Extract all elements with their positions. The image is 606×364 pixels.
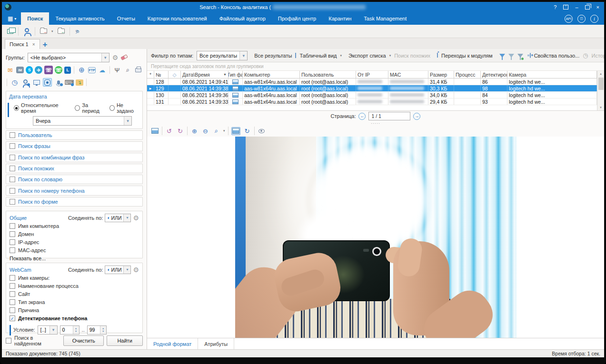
check-reason[interactable]: Причина xyxy=(10,306,139,315)
page-prev-button[interactable]: ← xyxy=(358,113,366,120)
menu-tab-quarantine[interactable]: Карантин xyxy=(322,12,358,25)
common-join-select[interactable]: ◐ ИЛИ ▾ xyxy=(105,214,131,222)
chevron-down-icon[interactable]: ▾ xyxy=(123,214,130,222)
table-view-button[interactable]: Табличный вид xyxy=(299,53,337,59)
ribbon-pin-icon[interactable] xyxy=(563,5,568,10)
checkbox[interactable] xyxy=(10,155,15,160)
app-menu-button[interactable]: ▦ ▾ xyxy=(2,12,21,25)
checkbox[interactable] xyxy=(10,275,15,281)
show-all-link[interactable]: Показать все... xyxy=(10,256,139,261)
funnel-empty-icon[interactable] xyxy=(508,54,514,58)
all-results-button[interactable]: Все результаты xyxy=(254,53,292,59)
device-search-icon[interactable]: ⌕ xyxy=(123,66,132,74)
splitter-handle[interactable]: ····· xyxy=(147,121,604,125)
file-operations-folder-icon[interactable]: ↴ xyxy=(76,79,83,86)
cloud-icon[interactable]: ☁ xyxy=(98,66,106,74)
monitor-icon[interactable] xyxy=(32,78,41,87)
clear-groups-eraser-icon[interactable] xyxy=(120,55,128,61)
scroll-up-icon[interactable]: ▴ xyxy=(600,71,602,77)
checkbox[interactable] xyxy=(10,199,15,205)
chevron-down-icon[interactable]: ▾ xyxy=(239,51,247,60)
filter-section-similar[interactable]: Поиск похожих xyxy=(6,164,143,173)
menu-tab-file-auditor[interactable]: Файловый аудитор xyxy=(213,12,272,25)
services-box-icon[interactable]: ◫ xyxy=(577,15,586,23)
filter-section-phrase[interactable]: Поиск фразы xyxy=(6,141,143,151)
tab-native-format[interactable]: Родной формат xyxy=(147,338,198,349)
close-button[interactable]: × xyxy=(596,4,599,10)
webcam-join-select[interactable]: ◐ ИЛИ ▾ xyxy=(105,266,131,274)
header-detected[interactable]: Детектирова xyxy=(481,71,507,78)
lync-icon[interactable]: L xyxy=(64,67,71,74)
checkbox-checked[interactable]: ✓ xyxy=(10,315,15,321)
relative-time-select[interactable]: Вчера ▾ xyxy=(33,116,132,126)
checkbox[interactable] xyxy=(10,143,15,149)
condition-to-stepper[interactable]: 99 ▴▾ xyxy=(87,325,107,334)
webcam-icon-selected[interactable] xyxy=(43,78,52,87)
header-camera[interactable]: Камера xyxy=(507,71,597,78)
header-from-ip[interactable]: От IP xyxy=(356,71,388,78)
find-button[interactable]: Найти xyxy=(107,335,143,346)
check-process-name[interactable]: Наименование процесса xyxy=(10,282,139,290)
save-image-icon[interactable] xyxy=(151,127,159,135)
search-in-found-checkbox[interactable] xyxy=(6,338,11,344)
chevron-down-icon[interactable]: ▾ xyxy=(51,30,53,33)
type-filter-select[interactable]: Все результаты ▾ xyxy=(197,51,248,60)
check-site[interactable]: Сайт xyxy=(10,290,139,298)
condition-from-stepper[interactable]: 0 ▴▾ xyxy=(60,325,79,334)
search-by-id-icon[interactable]: ⌕ID xyxy=(74,27,82,36)
table-row-selected[interactable]: ▶ 129 08.06.2021 14:39:38 aas-w81x64ru.a… xyxy=(147,85,597,92)
check-phone-detection[interactable]: ✓Детектирование телефона xyxy=(10,315,139,323)
tab-attributes[interactable]: Атрибуты xyxy=(198,338,234,349)
zoom-out-icon[interactable]: ⊖ xyxy=(201,127,209,135)
api-icon[interactable]: API xyxy=(565,15,573,23)
radio-period[interactable]: За период xyxy=(75,102,105,114)
menu-tab-reports[interactable]: Отчеты xyxy=(111,12,141,25)
funnel-filled-icon[interactable] xyxy=(499,54,505,58)
check-computer-name[interactable]: Имя компьютера xyxy=(10,222,139,230)
condition-operator-select[interactable]: [..] ▾ xyxy=(38,325,58,334)
table-row[interactable]: 130 08.06.2021 14:39:36 aas-w81x64ru.aas… xyxy=(147,92,597,98)
telegram-icon[interactable]: ✈ xyxy=(35,66,42,74)
usb-icon[interactable]: Ψ xyxy=(113,66,121,74)
viber-icon[interactable]: ☏ xyxy=(44,66,53,74)
chevron-down-icon[interactable]: ▾ xyxy=(101,53,109,62)
check-mac-address[interactable]: MAC-адрес xyxy=(10,246,139,255)
im-icon[interactable]: IM xyxy=(16,67,24,73)
filter-section-phrase-combo[interactable]: Поиск по комбинации фраз xyxy=(6,153,143,162)
check-domain[interactable]: Домен xyxy=(10,230,139,238)
cascade-windows-icon[interactable] xyxy=(6,27,14,36)
radio-not-set[interactable]: Не задано xyxy=(109,102,139,114)
header-mac[interactable]: MAC xyxy=(388,71,428,78)
chevron-down-icon[interactable]: ▾ xyxy=(123,266,130,274)
chevron-down-icon[interactable]: ▾ xyxy=(223,129,225,133)
header-datetime[interactable]: Дата\Время▼ xyxy=(181,71,228,78)
activity-clock-icon[interactable]: ◷ xyxy=(10,78,19,87)
checkbox[interactable] xyxy=(10,299,15,305)
checkbox[interactable] xyxy=(10,247,15,253)
checkbox[interactable] xyxy=(10,239,15,245)
checkbox[interactable] xyxy=(10,188,15,194)
http-globe-icon[interactable]: ⊕ xyxy=(77,66,86,74)
magnifier-icon[interactable]: ⌕ xyxy=(212,127,220,135)
filter-section-dictionary[interactable]: Поиск по словарю xyxy=(6,175,143,184)
chevron-down-icon[interactable]: ▾ xyxy=(389,54,391,58)
menu-tab-search[interactable]: Поиск xyxy=(21,12,49,25)
ftp-icon[interactable]: FTP xyxy=(88,67,96,73)
menu-tab-user-cards[interactable]: Карточки пользователей xyxy=(141,12,213,25)
user-status-icon[interactable] xyxy=(21,78,30,87)
info-icon[interactable]: i xyxy=(590,15,598,23)
help-button[interactable]: ? xyxy=(554,4,556,10)
filter-section-user[interactable]: Пользователь xyxy=(6,130,143,140)
groups-select[interactable]: <Не выбрано> ▾ xyxy=(28,53,109,62)
header-num[interactable]: № xyxy=(154,71,169,78)
menu-tab-task-management[interactable]: Task Management xyxy=(358,12,413,25)
funnel-edit-icon[interactable] xyxy=(517,54,523,58)
checkbox[interactable] xyxy=(10,307,15,313)
webcam-settings-gear-icon[interactable]: ⚙ xyxy=(133,266,139,274)
checkbox[interactable] xyxy=(10,283,15,289)
add-tab-button[interactable]: + xyxy=(43,40,48,49)
rotate-left-icon[interactable]: ↺ xyxy=(165,127,173,135)
skype-icon[interactable]: S xyxy=(26,66,33,74)
clear-button[interactable]: Очистить xyxy=(63,335,104,346)
header-filetype[interactable]: Тип фа xyxy=(228,71,243,78)
